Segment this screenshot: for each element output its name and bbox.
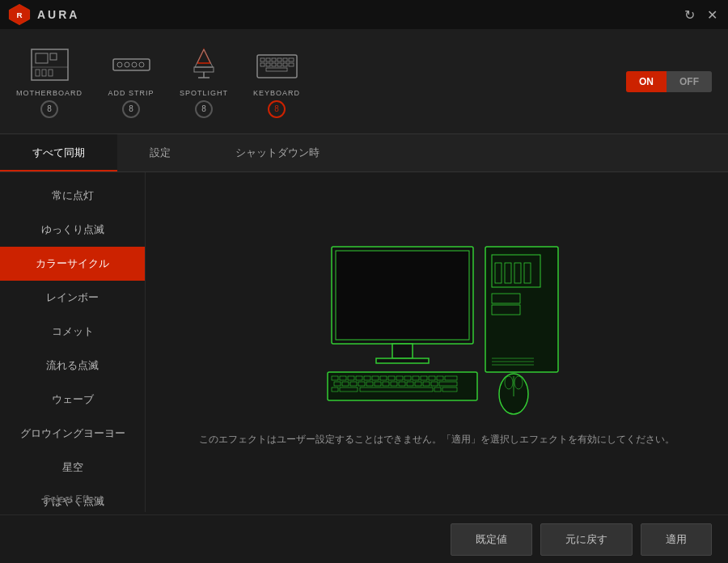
svg-rect-24 (283, 58, 287, 61)
sidebar-item-color-cycle[interactable]: カラーサイクル (0, 247, 145, 281)
power-toggle: ON OFF (626, 71, 712, 92)
default-button[interactable]: 既定値 (451, 523, 532, 556)
refresh-button[interactable]: ↻ (681, 6, 697, 23)
svg-rect-7 (42, 70, 46, 76)
svg-rect-26 (260, 63, 265, 66)
toggle-on-button[interactable]: ON (626, 71, 667, 92)
svg-point-11 (125, 62, 129, 67)
svg-rect-76 (485, 247, 558, 372)
title-bar-controls: ↻ ✕ (681, 6, 720, 23)
rog-logo-icon: R (8, 3, 31, 26)
select-effect-label: Select Effect (44, 493, 103, 505)
tab-bar: すべて同期 設定 シャットダウン時 (0, 134, 728, 172)
svg-rect-35 (392, 344, 413, 358)
add-strip-badge: 8 (122, 100, 140, 118)
svg-text:R: R (16, 11, 22, 19)
sidebar-item-flowing-blink[interactable]: 流れる点滅 (0, 349, 145, 383)
keyboard-icon (255, 47, 299, 83)
sidebar-item-comet[interactable]: コメット (0, 315, 145, 349)
svg-rect-36 (376, 358, 429, 363)
device-icons: MOTHERBOARD 8 ADD STRIP 8 (16, 45, 301, 118)
app-title: AURA (37, 8, 79, 21)
sidebar-item-glowing-yoyo[interactable]: グロウイングヨーヨー (0, 417, 145, 451)
svg-rect-4 (50, 53, 57, 60)
add-strip-icon (109, 47, 154, 83)
spotlight-icon-box (180, 45, 228, 86)
spotlight-icon (182, 47, 226, 83)
sidebar: 常に点灯 ゆっくり点滅 カラーサイクル レインボー コメット 流れる点滅 ウェー… (0, 172, 146, 512)
spotlight-badge: 8 (195, 100, 213, 118)
keyboard-label: KEYBOARD (253, 89, 300, 97)
motherboard-badge: 8 (40, 100, 58, 118)
spotlight-label: SPOTLIGHT (180, 89, 228, 97)
tab-sync[interactable]: すべて同期 (0, 134, 117, 171)
toggle-off-button[interactable]: OFF (667, 71, 712, 92)
sidebar-item-wave[interactable]: ウェーブ (0, 383, 145, 417)
svg-rect-25 (289, 58, 294, 61)
svg-rect-31 (289, 63, 294, 66)
add-strip-label: ADD STRIP (108, 89, 154, 97)
svg-rect-8 (49, 70, 53, 76)
svg-rect-32 (266, 68, 287, 71)
device-bar: MOTHERBOARD 8 ADD STRIP 8 (0, 29, 728, 134)
svg-rect-27 (266, 63, 270, 66)
svg-point-10 (117, 62, 122, 67)
motherboard-label: MOTHERBOARD (16, 89, 83, 97)
sidebar-item-starfield[interactable]: 星空 (0, 451, 145, 485)
svg-rect-23 (277, 58, 281, 61)
motherboard-icon (28, 47, 72, 83)
title-bar: R AURA ↻ ✕ (0, 0, 728, 29)
sidebar-footer: Select Effect (0, 483, 146, 514)
svg-rect-6 (36, 70, 40, 76)
svg-rect-29 (277, 63, 281, 66)
svg-point-12 (132, 62, 137, 67)
sidebar-item-rainbow[interactable]: レインボー (0, 281, 145, 315)
add-strip-icon-box (107, 45, 155, 86)
motherboard-icon-box (25, 45, 74, 86)
svg-rect-16 (194, 67, 214, 72)
tab-settings[interactable]: 設定 (117, 134, 203, 171)
sidebar-item-slow-blink[interactable]: ゆっくり点滅 (0, 213, 145, 247)
device-item-motherboard[interactable]: MOTHERBOARD 8 (16, 45, 83, 118)
content-area: このエフェクトはユーザー設定することはできません。「適用」を選択しエフェクトを有… (146, 172, 728, 512)
close-button[interactable]: ✕ (704, 6, 720, 23)
keyboard-icon-box (252, 45, 301, 86)
device-item-add-strip[interactable]: ADD STRIP 8 (107, 45, 155, 118)
svg-rect-22 (272, 58, 276, 61)
revert-button[interactable]: 元に戻す (540, 523, 633, 556)
device-item-spotlight[interactable]: SPOTLIGHT 8 (180, 45, 228, 118)
svg-rect-30 (283, 63, 287, 66)
tab-shutdown[interactable]: シャットダウン時 (203, 134, 352, 171)
svg-point-13 (139, 62, 144, 67)
keyboard-badge: 8 (268, 100, 286, 118)
apply-button[interactable]: 適用 (641, 523, 712, 556)
device-item-keyboard[interactable]: KEYBOARD 8 (252, 45, 301, 118)
svg-rect-21 (266, 58, 270, 61)
svg-rect-34 (336, 251, 469, 340)
bottom-bar: 既定値 元に戻す 適用 (0, 514, 728, 563)
svg-rect-20 (260, 58, 265, 61)
svg-rect-3 (36, 53, 48, 63)
sidebar-item-always-on[interactable]: 常に点灯 (0, 179, 145, 213)
effect-message: このエフェクトはユーザー設定することはできません。「適用」を選択しエフェクトを有… (199, 433, 675, 447)
svg-marker-15 (195, 49, 213, 67)
title-bar-left: R AURA (8, 3, 79, 26)
svg-marker-14 (197, 49, 210, 63)
svg-rect-28 (272, 63, 276, 66)
pc-illustration (307, 239, 566, 425)
